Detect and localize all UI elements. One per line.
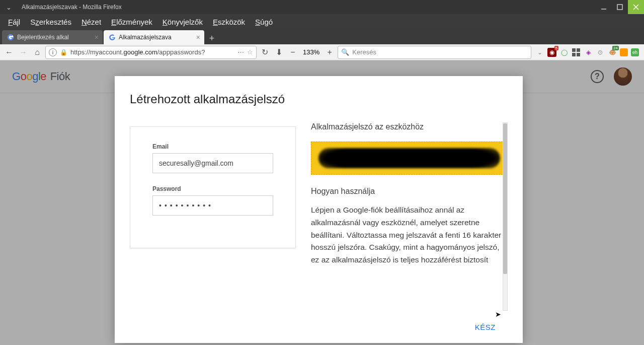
menu-help[interactable]: Súgó xyxy=(250,16,278,28)
google-favicon-icon xyxy=(7,34,14,41)
modal-left-column: Email securesally@gmail.com Password •••… xyxy=(130,116,296,311)
site-info-icon[interactable]: i xyxy=(49,48,57,56)
menu-edit[interactable]: Szerkesztés xyxy=(25,16,76,28)
menu-view[interactable]: Nézet xyxy=(76,16,106,28)
app-password-modal: Létrehozott alkalmazásjelszó Email secur… xyxy=(115,76,523,343)
tab-strip: Bejelentkezés alkal × Alkalmazásjelszava… xyxy=(0,29,644,44)
home-button[interactable]: ⌂ xyxy=(31,46,43,58)
menu-history[interactable]: Előzmények xyxy=(106,16,157,28)
addon-icon-6[interactable]: eh xyxy=(631,48,639,56)
zoom-out-button[interactable]: − xyxy=(287,46,299,58)
howto-heading: Hogyan használja xyxy=(311,187,508,196)
svg-rect-9 xyxy=(577,53,580,56)
addon-icon-4[interactable]: ⊙ xyxy=(596,48,605,57)
svg-rect-8 xyxy=(572,53,576,56)
url-text: https://myaccount.google.com/apppassword… xyxy=(70,48,234,56)
email-field: securesally@gmail.com xyxy=(152,153,273,173)
addon-icon-3[interactable]: ◈ xyxy=(584,48,593,57)
app-menu-icon[interactable]: ⌄ xyxy=(0,4,18,11)
close-button[interactable] xyxy=(628,0,644,14)
url-bar[interactable]: i 🔒 https://myaccount.google.com/apppass… xyxy=(45,46,257,59)
app-password-heading: Alkalmazásjelszó az eszközhöz xyxy=(311,122,508,131)
forward-button: → xyxy=(17,46,29,58)
tab-close-icon[interactable]: × xyxy=(196,33,200,41)
menu-tools[interactable]: Eszközök xyxy=(208,16,250,28)
email-label: Email xyxy=(152,143,273,150)
modal-title: Létrehozott alkalmazásjelszó xyxy=(130,92,508,106)
back-button[interactable]: ← xyxy=(3,46,15,58)
addon-icon-1[interactable]: ◯ xyxy=(559,48,569,57)
maximize-button[interactable] xyxy=(612,0,628,14)
generated-password-box[interactable] xyxy=(311,142,508,175)
minimize-button[interactable] xyxy=(596,0,612,14)
pocket-icon[interactable]: ⌄ xyxy=(535,48,544,57)
browser-tab-1[interactable]: Alkalmazásjelszava × xyxy=(104,30,204,44)
new-tab-button[interactable]: + xyxy=(205,32,218,44)
tab-label: Alkalmazásjelszava xyxy=(119,34,194,41)
downloads-button[interactable]: ⬇ xyxy=(273,46,285,58)
lock-icon: 🔒 xyxy=(60,49,67,56)
zoom-in-button[interactable]: + xyxy=(324,46,336,58)
login-preview-card: Email securesally@gmail.com Password •••… xyxy=(130,126,296,248)
search-icon: 🔍 xyxy=(341,48,349,56)
menu-bookmarks[interactable]: Könyvjelzők xyxy=(157,16,208,28)
browser-menubar: Fájl Szerkesztés Nézet Előzmények Könyvj… xyxy=(0,14,644,29)
svg-rect-6 xyxy=(572,48,576,52)
reload-button[interactable]: ↻ xyxy=(259,46,271,58)
password-label: Password xyxy=(152,185,273,192)
menu-file[interactable]: Fájl xyxy=(3,16,25,28)
tab-close-icon[interactable]: × xyxy=(95,33,99,41)
instructions-text: Lépjen a Google-fiók beállításaihoz anná… xyxy=(311,204,508,266)
search-placeholder: Keresés xyxy=(352,48,376,56)
window-title: Alkalmazásjelszavak - Mozilla Firefox xyxy=(18,4,596,11)
search-bar[interactable]: 🔍 Keresés xyxy=(338,46,531,59)
addon-icon-5[interactable] xyxy=(620,48,628,56)
ublock-icon[interactable]: ◉5 xyxy=(547,48,556,57)
greasemonkey-icon[interactable]: 🐵24 xyxy=(608,48,617,57)
url-more-icon[interactable]: ⋯ xyxy=(237,48,244,56)
bookmark-star-icon[interactable]: ☆ xyxy=(247,48,253,56)
password-field: •••••••••• xyxy=(152,195,273,216)
tab-label: Bejelentkezés alkal xyxy=(17,34,93,41)
modal-right-column: Alkalmazásjelszó az eszközhöz Hogyan has… xyxy=(296,116,508,311)
redacted-password xyxy=(318,148,500,168)
svg-rect-1 xyxy=(617,5,622,10)
zoom-level: 133% xyxy=(301,48,321,56)
browser-tab-0[interactable]: Bejelentkezés alkal × xyxy=(2,30,103,44)
window-titlebar: ⌄ Alkalmazásjelszavak - Mozilla Firefox xyxy=(0,0,644,14)
google-favicon-icon xyxy=(109,34,116,41)
done-button[interactable]: KÉSZ xyxy=(471,319,500,335)
page-content: Google Fiók ? ◄ Létrehozott alkalmazásje… xyxy=(0,60,644,345)
addon-bar: ⌄ ◉5 ◯ ◈ ⊙ 🐵24 eh xyxy=(533,48,641,57)
modal-scrollbar[interactable] xyxy=(503,122,508,311)
addon-icon-2[interactable] xyxy=(572,48,581,57)
nav-toolbar: ← → ⌂ i 🔒 https://myaccount.google.com/a… xyxy=(0,44,644,60)
svg-rect-7 xyxy=(577,48,580,52)
